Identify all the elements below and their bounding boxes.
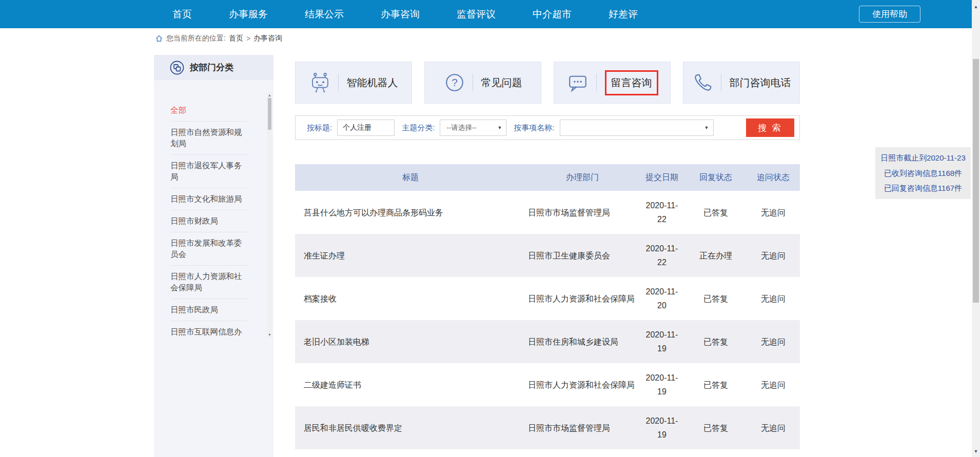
tab-smart-robot[interactable]: 智能机器人 [295, 62, 412, 104]
consult-tabs: 智能机器人 ? 常见问题 留言咨询 [295, 62, 800, 104]
question-icon: ? [444, 72, 465, 93]
row-title[interactable]: 档案接收 [295, 277, 526, 320]
row-follow-status: 无追问 [747, 449, 800, 457]
nav-item-rating[interactable]: 好差评 [609, 8, 638, 21]
row-date: 2020-11-22 [639, 234, 685, 277]
row-reply-status: 已答复 [685, 406, 747, 449]
sidebar-item-civil-affairs[interactable]: 日照市民政局 [170, 299, 248, 321]
robot-icon [309, 71, 331, 94]
breadcrumb-current: 办事咨询 [253, 34, 282, 43]
category-select[interactable]: --请选择-- ▼ [440, 120, 506, 136]
row-reply-status: 已答复 [685, 277, 747, 320]
row-title[interactable]: 二级建造师证书 [295, 363, 526, 406]
sidebar-title: 按部门分类 [190, 62, 233, 73]
row-title[interactable]: 准生证办理 [295, 234, 526, 277]
row-title[interactable]: 老旧小区加装电梯 [295, 320, 526, 363]
tab-message-consult[interactable]: 留言咨询 [554, 62, 671, 104]
svg-text:?: ? [452, 76, 458, 88]
item-name-select[interactable]: ▼ [560, 120, 714, 136]
sidebar-item-all[interactable]: 全部 [170, 100, 248, 122]
row-date: 2020-11-19 [639, 320, 685, 363]
scroll-down-icon[interactable]: ▼ [972, 449, 980, 454]
row-follow-status: 无追问 [747, 277, 800, 320]
nav-item-home[interactable]: 首页 [172, 8, 192, 21]
department-sidebar: 按部门分类 全部 日照市自然资源和规划局 日照市退役军人事务局 日照市文化和旅游… [154, 55, 273, 457]
consultation-table: 标题 办理部门 提交日期 回复状态 追问状态 莒县什么地方可以办理商品条形码业务… [295, 164, 800, 457]
table-row[interactable]: 莒县什么地方可以办理商品条形码业务 日照市市场监督管理局 2020-11-22 … [295, 191, 800, 234]
col-department: 办理部门 [526, 164, 639, 191]
table-row[interactable]: 档案接收 日照市人力资源和社会保障局 2020-11-20 已答复 无追问 [295, 277, 800, 320]
tab-faq[interactable]: ? 常见问题 [424, 62, 541, 104]
sidebar-scrollbar[interactable]: ▲ ▼ [267, 92, 272, 337]
sidebar-scroll-down-icon[interactable]: ▼ [267, 333, 272, 336]
category-icon [169, 60, 185, 75]
category-select-value: --请选择-- [446, 123, 476, 132]
table-row[interactable]: 外资子公司名称申报 日照市市场监督管理局 2020-11-19 已答复 无追问 [295, 449, 800, 457]
tab-phone-consult[interactable]: 部门咨询电话 [683, 62, 800, 104]
divider [596, 74, 597, 91]
sidebar-header: 按部门分类 [154, 55, 273, 80]
col-reply-status: 回复状态 [685, 164, 747, 191]
chevron-down-icon: ▼ [704, 125, 709, 130]
tab-label: 常见问题 [481, 76, 522, 90]
col-follow-status: 追问状态 [747, 164, 800, 191]
row-follow-status: 无追问 [747, 320, 800, 363]
row-title[interactable]: 居民和非居民供暖收费界定 [295, 406, 526, 449]
title-filter-label: 按标题: [307, 123, 332, 133]
row-department: 日照市住房和城乡建设局 [526, 320, 639, 363]
row-follow-status: 无追问 [747, 363, 800, 406]
help-button[interactable]: 使用帮助 [859, 6, 920, 23]
row-reply-status: 已答复 [685, 191, 747, 234]
row-date: 2020-11-19 [639, 449, 685, 457]
nav-item-results[interactable]: 结果公示 [305, 8, 344, 21]
row-title[interactable]: 外资子公司名称申报 [295, 449, 526, 457]
col-title: 标题 [295, 164, 526, 191]
row-department: 日照市市场监督管理局 [526, 449, 639, 457]
divider [338, 74, 339, 91]
main-content: 智能机器人 ? 常见问题 留言咨询 [295, 62, 800, 104]
sidebar-item-natural-resources[interactable]: 日照市自然资源和规划局 [170, 122, 248, 155]
department-list: 全部 日照市自然资源和规划局 日照市退役军人事务局 日照市文化和旅游局 日照市财… [154, 93, 263, 343]
breadcrumb-home-link[interactable]: 首页 [229, 34, 243, 43]
stats-line: 已回复咨询信息1167件 [878, 181, 968, 196]
search-button[interactable]: 搜 索 [746, 118, 794, 137]
nav-item-agency[interactable]: 中介超市 [533, 8, 572, 21]
nav-item-supervision[interactable]: 监督评议 [457, 8, 496, 21]
stats-line: 日照市截止到2020-11-23 [878, 150, 968, 166]
table-header-row: 标题 办理部门 提交日期 回复状态 追问状态 [295, 164, 800, 191]
row-date: 2020-11-19 [639, 363, 685, 406]
browser-scrollbar[interactable]: ▲ ▼ [972, 0, 980, 457]
table-row[interactable]: 居民和非居民供暖收费界定 日照市市场监督管理局 2020-11-19 已答复 无… [295, 406, 800, 449]
title-search-input[interactable] [337, 120, 395, 136]
home-icon [155, 34, 163, 43]
row-reply-status: 已答复 [685, 320, 747, 363]
row-date: 2020-11-20 [639, 277, 685, 320]
sidebar-scroll-up-icon[interactable]: ▲ [267, 93, 272, 97]
table-row[interactable]: 准生证办理 日照市卫生健康委员会 2020-11-22 正在办理 无追问 [295, 234, 800, 277]
sidebar-item-internet-info[interactable]: 日照市互联网信息办 [170, 321, 248, 343]
sidebar-item-culture-tourism[interactable]: 日照市文化和旅游局 [170, 188, 248, 210]
sidebar-item-finance[interactable]: 日照市财政局 [170, 210, 248, 232]
scrollbar-thumb[interactable] [973, 59, 979, 303]
table-row[interactable]: 二级建造师证书 日照市人力资源和社会保障局 2020-11-19 已答复 无追问 [295, 363, 800, 406]
row-reply-status: 正在办理 [685, 234, 747, 277]
sidebar-item-human-resources[interactable]: 日照市人力资源和社会保障局 [170, 266, 248, 299]
row-title[interactable]: 莒县什么地方可以办理商品条形码业务 [295, 191, 526, 234]
tab-label: 智能机器人 [347, 76, 398, 90]
row-department: 日照市人力资源和社会保障局 [526, 363, 639, 406]
breadcrumb: 您当前所在的位置: 首页 > 办事咨询 [155, 34, 285, 43]
nav-item-services[interactable]: 办事服务 [229, 8, 268, 21]
nav-item-consult[interactable]: 办事咨询 [381, 8, 420, 21]
breadcrumb-prefix: 您当前所在的位置: [166, 34, 226, 43]
tab-label-highlighted: 留言咨询 [605, 70, 658, 95]
chevron-down-icon: ▼ [497, 125, 502, 130]
row-follow-status: 无追问 [747, 234, 800, 277]
sidebar-scrollbar-thumb[interactable] [268, 98, 271, 130]
row-follow-status: 无追问 [747, 406, 800, 449]
scroll-up-icon[interactable]: ▲ [972, 4, 980, 9]
top-navigation-bar: 首页 办事服务 结果公示 办事咨询 监督评议 中介超市 好差评 使用帮助 [0, 0, 972, 28]
sidebar-item-development-reform[interactable]: 日照市发展和改革委员会 [170, 232, 248, 266]
tab-label: 部门咨询电话 [730, 76, 791, 90]
sidebar-item-veterans-affairs[interactable]: 日照市退役军人事务局 [170, 155, 248, 188]
table-row[interactable]: 老旧小区加装电梯 日照市住房和城乡建设局 2020-11-19 已答复 无追问 [295, 320, 800, 363]
